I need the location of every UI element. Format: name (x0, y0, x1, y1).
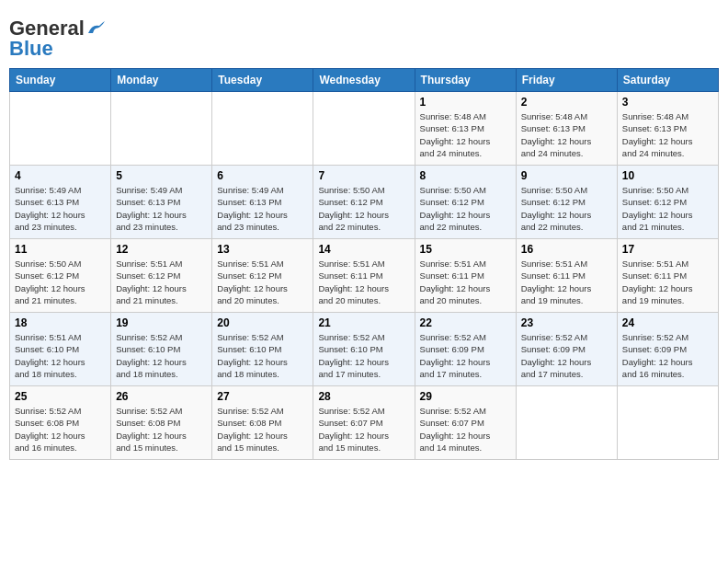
logo: General Blue (9, 17, 107, 61)
day-cell: 5Sunrise: 5:49 AM Sunset: 6:13 PM Daylig… (111, 166, 212, 239)
day-number: 23 (521, 316, 612, 329)
day-detail: Sunrise: 5:51 AM Sunset: 6:12 PM Dayligh… (217, 258, 308, 306)
day-number: 21 (318, 316, 409, 329)
day-detail: Sunrise: 5:50 AM Sunset: 6:12 PM Dayligh… (521, 184, 612, 233)
day-cell: 29Sunrise: 5:52 AM Sunset: 6:07 PM Dayli… (415, 386, 516, 460)
week-row-2: 4Sunrise: 5:49 AM Sunset: 6:13 PM Daylig… (10, 166, 719, 239)
day-cell: 11Sunrise: 5:50 AM Sunset: 6:12 PM Dayli… (10, 239, 111, 313)
day-detail: Sunrise: 5:50 AM Sunset: 6:12 PM Dayligh… (622, 184, 713, 233)
day-cell: 19Sunrise: 5:52 AM Sunset: 6:10 PM Dayli… (111, 313, 212, 386)
day-number: 5 (116, 169, 207, 182)
day-detail: Sunrise: 5:52 AM Sunset: 6:08 PM Dayligh… (15, 405, 106, 454)
day-detail: Sunrise: 5:49 AM Sunset: 6:13 PM Dayligh… (116, 184, 207, 233)
day-header-sunday: Sunday (10, 69, 111, 92)
day-number: 22 (420, 316, 511, 329)
day-cell: 9Sunrise: 5:50 AM Sunset: 6:12 PM Daylig… (516, 166, 617, 239)
day-detail: Sunrise: 5:50 AM Sunset: 6:12 PM Dayligh… (15, 258, 106, 306)
day-cell: 1Sunrise: 5:48 AM Sunset: 6:13 PM Daylig… (415, 92, 516, 166)
day-header-thursday: Thursday (415, 69, 516, 92)
day-cell: 3Sunrise: 5:48 AM Sunset: 6:13 PM Daylig… (617, 92, 718, 166)
week-row-5: 25Sunrise: 5:52 AM Sunset: 6:08 PM Dayli… (10, 386, 719, 460)
page-header: General Blue (9, 9, 719, 61)
day-detail: Sunrise: 5:49 AM Sunset: 6:13 PM Dayligh… (15, 184, 106, 233)
day-detail: Sunrise: 5:52 AM Sunset: 6:08 PM Dayligh… (116, 405, 207, 454)
day-number: 19 (116, 316, 207, 329)
day-number: 16 (521, 243, 612, 256)
day-cell: 15Sunrise: 5:51 AM Sunset: 6:11 PM Dayli… (415, 239, 516, 313)
day-detail: Sunrise: 5:52 AM Sunset: 6:09 PM Dayligh… (521, 331, 612, 380)
day-cell: 21Sunrise: 5:52 AM Sunset: 6:10 PM Dayli… (313, 313, 415, 386)
day-detail: Sunrise: 5:50 AM Sunset: 6:12 PM Dayligh… (318, 184, 409, 233)
day-number: 29 (420, 390, 511, 403)
day-cell (10, 92, 111, 166)
day-number: 13 (217, 243, 308, 256)
week-row-4: 18Sunrise: 5:51 AM Sunset: 6:10 PM Dayli… (10, 313, 719, 386)
day-cell: 2Sunrise: 5:48 AM Sunset: 6:13 PM Daylig… (516, 92, 617, 166)
day-number: 14 (318, 243, 409, 256)
day-number: 10 (622, 169, 713, 182)
day-detail: Sunrise: 5:48 AM Sunset: 6:13 PM Dayligh… (420, 110, 511, 159)
logo-bird-icon (86, 20, 107, 37)
day-number: 2 (521, 96, 612, 109)
day-detail: Sunrise: 5:48 AM Sunset: 6:13 PM Dayligh… (521, 110, 612, 159)
day-cell: 24Sunrise: 5:52 AM Sunset: 6:09 PM Dayli… (617, 313, 718, 386)
day-cell: 28Sunrise: 5:52 AM Sunset: 6:07 PM Dayli… (313, 386, 415, 460)
day-cell: 20Sunrise: 5:52 AM Sunset: 6:10 PM Dayli… (212, 313, 313, 386)
day-detail: Sunrise: 5:52 AM Sunset: 6:10 PM Dayligh… (318, 331, 409, 380)
day-detail: Sunrise: 5:52 AM Sunset: 6:10 PM Dayligh… (217, 331, 308, 380)
day-number: 17 (622, 243, 713, 256)
day-cell: 16Sunrise: 5:51 AM Sunset: 6:11 PM Dayli… (516, 239, 617, 313)
day-number: 26 (116, 390, 207, 403)
day-detail: Sunrise: 5:52 AM Sunset: 6:09 PM Dayligh… (622, 331, 713, 380)
day-number: 25 (15, 390, 106, 403)
day-cell: 7Sunrise: 5:50 AM Sunset: 6:12 PM Daylig… (313, 166, 415, 239)
day-detail: Sunrise: 5:48 AM Sunset: 6:13 PM Dayligh… (622, 110, 713, 159)
day-detail: Sunrise: 5:51 AM Sunset: 6:10 PM Dayligh… (15, 331, 106, 380)
day-detail: Sunrise: 5:52 AM Sunset: 6:08 PM Dayligh… (217, 405, 308, 454)
day-header-monday: Monday (111, 69, 212, 92)
day-number: 3 (622, 96, 713, 109)
day-cell: 27Sunrise: 5:52 AM Sunset: 6:08 PM Dayli… (212, 386, 313, 460)
day-cell: 13Sunrise: 5:51 AM Sunset: 6:12 PM Dayli… (212, 239, 313, 313)
logo-text-blue: Blue (9, 37, 53, 61)
calendar-table: SundayMondayTuesdayWednesdayThursdayFrid… (9, 68, 719, 460)
day-number: 11 (15, 243, 106, 256)
day-cell: 22Sunrise: 5:52 AM Sunset: 6:09 PM Dayli… (415, 313, 516, 386)
day-number: 7 (318, 169, 409, 182)
day-number: 27 (217, 390, 308, 403)
day-detail: Sunrise: 5:49 AM Sunset: 6:13 PM Dayligh… (217, 184, 308, 233)
day-header-saturday: Saturday (617, 69, 718, 92)
day-number: 1 (420, 96, 511, 109)
day-cell: 12Sunrise: 5:51 AM Sunset: 6:12 PM Dayli… (111, 239, 212, 313)
day-number: 4 (15, 169, 106, 182)
day-detail: Sunrise: 5:51 AM Sunset: 6:11 PM Dayligh… (318, 258, 409, 306)
day-header-friday: Friday (516, 69, 617, 92)
week-row-1: 1Sunrise: 5:48 AM Sunset: 6:13 PM Daylig… (10, 92, 719, 166)
day-cell: 17Sunrise: 5:51 AM Sunset: 6:11 PM Dayli… (617, 239, 718, 313)
day-number: 18 (15, 316, 106, 329)
day-detail: Sunrise: 5:52 AM Sunset: 6:07 PM Dayligh… (420, 405, 511, 454)
day-cell: 23Sunrise: 5:52 AM Sunset: 6:09 PM Dayli… (516, 313, 617, 386)
day-number: 28 (318, 390, 409, 403)
day-header-wednesday: Wednesday (313, 69, 415, 92)
day-cell: 8Sunrise: 5:50 AM Sunset: 6:12 PM Daylig… (415, 166, 516, 239)
day-cell (313, 92, 415, 166)
day-number: 15 (420, 243, 511, 256)
day-detail: Sunrise: 5:52 AM Sunset: 6:10 PM Dayligh… (116, 331, 207, 380)
day-detail: Sunrise: 5:51 AM Sunset: 6:11 PM Dayligh… (521, 258, 612, 306)
day-detail: Sunrise: 5:52 AM Sunset: 6:09 PM Dayligh… (420, 331, 511, 380)
week-row-3: 11Sunrise: 5:50 AM Sunset: 6:12 PM Dayli… (10, 239, 719, 313)
day-cell: 18Sunrise: 5:51 AM Sunset: 6:10 PM Dayli… (10, 313, 111, 386)
day-number: 20 (217, 316, 308, 329)
day-number: 24 (622, 316, 713, 329)
day-detail: Sunrise: 5:51 AM Sunset: 6:11 PM Dayligh… (622, 258, 713, 306)
day-number: 12 (116, 243, 207, 256)
day-detail: Sunrise: 5:51 AM Sunset: 6:11 PM Dayligh… (420, 258, 511, 306)
day-cell (516, 386, 617, 460)
day-number: 9 (521, 169, 612, 182)
day-cell: 14Sunrise: 5:51 AM Sunset: 6:11 PM Dayli… (313, 239, 415, 313)
day-cell (212, 92, 313, 166)
days-header-row: SundayMondayTuesdayWednesdayThursdayFrid… (10, 69, 719, 92)
day-cell: 26Sunrise: 5:52 AM Sunset: 6:08 PM Dayli… (111, 386, 212, 460)
day-cell: 4Sunrise: 5:49 AM Sunset: 6:13 PM Daylig… (10, 166, 111, 239)
